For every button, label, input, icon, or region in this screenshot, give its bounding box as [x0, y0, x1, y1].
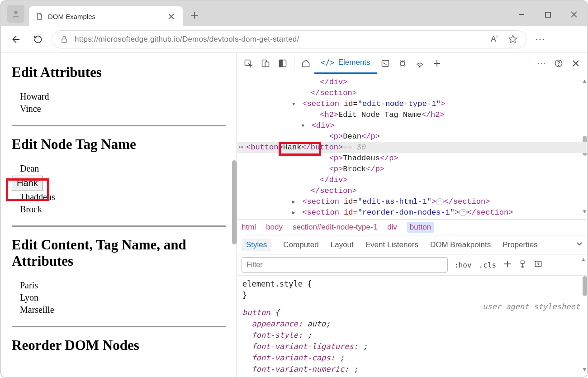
page-content-pane: Edit Attributes Howard Vince Edit Node T…	[1, 53, 237, 378]
minimize-button[interactable]	[508, 6, 535, 23]
devtools-tabbar: </> Elements ⋯	[237, 53, 587, 74]
devtools-help-icon[interactable]	[550, 55, 567, 72]
computed-tab[interactable]: Computed	[283, 240, 318, 249]
chevron-down-icon[interactable]	[576, 240, 583, 249]
inspect-element-icon[interactable]	[240, 55, 257, 72]
svg-rect-14	[521, 261, 525, 263]
address-bar[interactable]: https://microsoftedge.github.io/Demos/de…	[52, 30, 526, 48]
read-aloud-icon[interactable]: A⁾⁾	[491, 34, 498, 44]
scroll-up-icon[interactable]: ▲	[583, 76, 586, 87]
network-tab-icon[interactable]	[411, 55, 428, 72]
devtools-pane: </> Elements ⋯ ▲ ▼	[237, 53, 587, 378]
dom-breakpoints-tab[interactable]: DOM Breakpoints	[430, 240, 491, 249]
welcome-tab-icon[interactable]	[297, 55, 314, 72]
list-item: Lyon	[20, 292, 226, 303]
layout-tab[interactable]: Layout	[331, 240, 354, 249]
lock-icon	[60, 35, 68, 43]
tab-close-button[interactable]	[166, 11, 176, 22]
styles-rules[interactable]: element.style { } button { user agent st…	[237, 276, 587, 378]
crumb[interactable]: section#edit-node-type-1	[293, 223, 377, 232]
svg-rect-7	[280, 60, 283, 67]
event-listeners-tab[interactable]: Event Listeners	[365, 240, 418, 249]
heading-edit-attributes: Edit Attributes	[12, 64, 226, 81]
devtools-more-icon[interactable]: ⋯	[533, 55, 550, 72]
panel-toggle-icon[interactable]	[533, 259, 543, 271]
heading-reorder: Reorder DOM Nodes	[12, 337, 226, 354]
paint-icon[interactable]	[518, 259, 528, 271]
hov-toggle[interactable]: :hov	[453, 260, 473, 270]
svg-rect-1	[545, 12, 550, 17]
dom-breadcrumb[interactable]: html body section#edit-node-type-1 div b…	[237, 219, 587, 235]
list-item: Dean	[20, 163, 226, 174]
styles-toolbar: :hov .cls ▲	[237, 254, 587, 276]
more-tabs-icon[interactable]	[428, 55, 446, 72]
hank-button[interactable]: Hank	[12, 176, 43, 191]
dom-tree[interactable]: ▲ ▼ </div> </section> <section id="edit-…	[237, 74, 587, 219]
browser-tab[interactable]: DOM Examples	[29, 6, 183, 26]
scroll-down-icon[interactable]: ▼	[583, 206, 586, 217]
devtools-close-icon[interactable]	[567, 55, 584, 72]
svg-point-10	[402, 61, 403, 62]
styles-tab[interactable]: Styles	[242, 239, 271, 251]
divider	[12, 125, 226, 126]
list-item: Thaddeus	[20, 192, 226, 202]
refresh-button[interactable]	[29, 30, 47, 48]
new-style-rule-icon[interactable]	[503, 259, 512, 271]
close-window-button[interactable]	[561, 6, 587, 23]
crumb[interactable]: html	[242, 223, 256, 232]
svg-point-13	[558, 65, 559, 66]
elements-tab[interactable]: </> Elements	[314, 53, 377, 74]
browser-toolbar: https://microsoftedge.github.io/Demos/de…	[1, 26, 587, 53]
sources-tab-icon[interactable]	[394, 55, 411, 72]
styles-subtabs: Styles Computed Layout Event Listeners D…	[237, 235, 587, 254]
heading-edit-cta: Edit Content, Tag Name, and Attributes	[12, 237, 226, 269]
svg-rect-8	[382, 60, 389, 66]
list-item: Paris	[20, 280, 226, 291]
device-toolbar-icon[interactable]	[257, 55, 274, 72]
styles-filter-input[interactable]	[242, 257, 448, 273]
crumb[interactable]: body	[266, 223, 283, 232]
more-button[interactable]: ⋯	[531, 30, 549, 48]
crumb[interactable]: div	[387, 223, 397, 232]
user-agent-stylesheet-label: user agent stylesheet	[483, 301, 580, 312]
page-scrollbar-thumb[interactable]	[232, 160, 237, 244]
console-tab-icon[interactable]	[377, 55, 394, 72]
svg-point-9	[400, 61, 405, 66]
back-button[interactable]	[6, 30, 24, 48]
dock-side-icon[interactable]	[274, 55, 291, 72]
divider	[12, 225, 226, 227]
svg-rect-5	[265, 62, 269, 67]
profile-button[interactable]	[7, 5, 24, 23]
svg-rect-15	[522, 266, 523, 267]
dom-selected-line[interactable]: ⋯ <button>Hank</button> == $0	[237, 142, 587, 153]
maximize-button[interactable]	[535, 6, 561, 23]
scroll-down-icon[interactable]: ▼	[583, 364, 586, 375]
heading-edit-tag-name: Edit Node Tag Name	[12, 136, 226, 153]
list-item: Brock	[20, 204, 226, 215]
elements-tab-label: Elements	[338, 58, 370, 67]
favorite-icon[interactable]	[508, 34, 518, 44]
cls-toggle[interactable]: .cls	[478, 260, 498, 270]
address-text: https://microsoftedge.github.io/Demos/de…	[75, 35, 299, 44]
list-item: Vince	[20, 104, 226, 114]
svg-point-11	[419, 66, 420, 67]
scroll-up-icon[interactable]: ▲	[581, 256, 586, 263]
new-tab-button[interactable]	[186, 7, 203, 24]
svg-point-0	[14, 10, 18, 14]
properties-tab[interactable]: Properties	[503, 240, 537, 249]
page-icon	[35, 11, 43, 21]
list-item: Howard	[20, 91, 226, 102]
crumb-selected[interactable]: button	[407, 222, 434, 233]
svg-rect-2	[62, 39, 67, 43]
list-item: Marseille	[20, 305, 226, 315]
tab-title: DOM Examples	[48, 13, 161, 20]
browser-tab-strip: DOM Examples	[1, 1, 587, 26]
divider	[12, 326, 226, 327]
window-controls	[508, 5, 587, 26]
svg-rect-16	[535, 261, 541, 267]
